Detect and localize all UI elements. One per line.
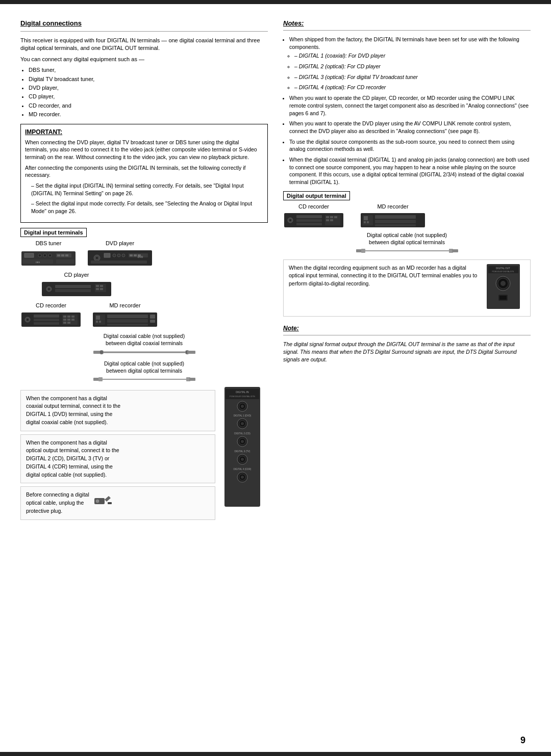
svg-rect-118 xyxy=(375,224,416,226)
svg-point-130 xyxy=(500,281,506,286)
svg-rect-102 xyxy=(296,215,322,218)
svg-rect-55 xyxy=(96,321,98,323)
cd-recorder-svg xyxy=(20,310,82,329)
svg-rect-44 xyxy=(63,316,66,318)
svg-rect-48 xyxy=(67,319,70,321)
note-text-1: When shipped from the factory, the DIGIT… xyxy=(289,36,519,50)
svg-point-15 xyxy=(96,257,98,259)
digital-in-svg: DIGITAL IN PCM·DOLBY·DIGITAL /DTS DIGITA… xyxy=(219,387,265,509)
svg-rect-16 xyxy=(104,253,110,257)
svg-rect-51 xyxy=(67,322,70,324)
note-section: Note: The digital signal format output t… xyxy=(283,325,531,363)
svg-point-20 xyxy=(122,254,125,257)
svg-point-5 xyxy=(48,254,52,257)
optical-cable-svg xyxy=(93,375,195,384)
svg-rect-71 xyxy=(189,378,195,381)
svg-rect-74 xyxy=(108,502,112,504)
svg-text:DIGITAL 4 (CDR): DIGITAL 4 (CDR) xyxy=(234,468,252,471)
svg-rect-132 xyxy=(499,296,507,300)
svg-point-82 xyxy=(241,405,244,408)
svg-point-90 xyxy=(241,440,244,443)
notes-list: When shipped from the factory, the DIGIT… xyxy=(289,36,531,186)
svg-rect-46 xyxy=(71,316,74,318)
svg-text:DIGITAL 3 (TV): DIGITAL 3 (TV) xyxy=(235,450,251,453)
top-bar xyxy=(0,0,551,4)
coaxial-text-4: digital coaxial cable (not supplied). xyxy=(26,419,108,425)
svg-rect-114 xyxy=(364,221,366,223)
svg-point-19 xyxy=(117,254,120,257)
list-item: Digital TV broadcast tuner, xyxy=(29,75,268,83)
svg-rect-31 xyxy=(55,289,91,292)
svg-rect-30 xyxy=(55,285,91,288)
cd-player-label: CD player xyxy=(64,272,89,278)
md-recorder-right-item: MD recorder xyxy=(360,203,426,229)
note-item-3: When you want to operate the DVD player … xyxy=(289,120,531,135)
optical-cable-row-right: Digital optical cable (not supplied) bet… xyxy=(283,232,531,255)
svg-rect-42 xyxy=(34,322,59,325)
optical-right-label-2: between digital optical terminals xyxy=(369,239,445,245)
svg-rect-117 xyxy=(375,220,416,223)
output-device-row: CD recorder xyxy=(283,203,531,229)
note-item-2: When you want to operate the CD player, … xyxy=(289,94,531,117)
list-item: CD recorder, and xyxy=(29,102,268,110)
svg-rect-50 xyxy=(63,322,66,324)
coaxial-cable-row: Digital coaxial cable (not supplied) bet… xyxy=(20,333,268,357)
cd-recorder-right-svg xyxy=(283,212,344,229)
digital-out-svg: DIGITAL OUT PCM·DOLBY·DIGITAL/DTS xyxy=(484,264,522,310)
important-bullet-1: When connecting the DVD player, digital … xyxy=(25,139,263,161)
right-column: Notes: When shipped from the factory, th… xyxy=(283,19,531,525)
svg-rect-68 xyxy=(98,377,103,381)
note-text-2: When you want to operate the CD player, … xyxy=(289,95,529,116)
device-row-3: CD recorder xyxy=(20,302,268,329)
important-bullet-2: After connecting the components using th… xyxy=(25,164,263,179)
svg-point-75 xyxy=(96,500,99,503)
recording-text-box: When the digital recording equipment suc… xyxy=(283,259,531,317)
svg-rect-109 xyxy=(326,219,329,221)
intro-text: This receiver is equipped with four DIGI… xyxy=(20,37,268,53)
svg-point-29 xyxy=(48,288,50,290)
svg-rect-60 xyxy=(150,315,155,319)
md-recorder-left-item: MD recorder xyxy=(92,302,158,329)
svg-rect-106 xyxy=(326,216,329,218)
digital-out-panel: DIGITAL OUT PCM·DOLBY·DIGITAL/DTS xyxy=(484,264,525,312)
svg-point-86 xyxy=(241,422,244,425)
svg-rect-56 xyxy=(99,321,101,323)
svg-rect-116 xyxy=(375,215,416,219)
note-text-3: When you want to operate the DVD player … xyxy=(289,120,511,134)
svg-rect-1 xyxy=(24,253,34,257)
dvd-player-item: DVD player xyxy=(87,240,153,268)
svg-rect-25 xyxy=(91,260,147,264)
equipment-list: DBS tuner, Digital TV broadcast tuner, D… xyxy=(29,66,268,118)
note-item-5: When the digital coaxial terminal (DIGIT… xyxy=(289,156,531,186)
text-boxes-left: When the component has a digital coaxial… xyxy=(20,387,215,520)
svg-text:PCM·DOLBY·DIGITAL/DTS: PCM·DOLBY·DIGITAL/DTS xyxy=(492,271,515,273)
output-terminal-label: Digital output terminal xyxy=(283,191,350,200)
optical-plug-text: Before connecting a digital optical cabl… xyxy=(26,491,89,515)
svg-rect-110 xyxy=(330,219,333,221)
svg-rect-41 xyxy=(34,319,59,321)
svg-rect-113 xyxy=(364,216,368,220)
md-recorder-svg xyxy=(92,310,158,329)
dvd-player-svg: DVD xyxy=(87,248,153,268)
page: Digital connections This receiver is equ… xyxy=(0,0,551,756)
note-sub-1-1: – DIGITAL 1 (coaxial): For DVD player xyxy=(294,52,531,60)
svg-point-18 xyxy=(113,254,116,257)
cd-player-item: CD player xyxy=(41,272,112,298)
page-number: 9 xyxy=(520,735,525,746)
cd-recorder-left-item: CD recorder xyxy=(20,302,82,329)
svg-rect-7 xyxy=(57,254,60,256)
connect-intro: You can connect any digital equipment su… xyxy=(20,56,268,63)
dbs-tuner-item: DBS tuner xyxy=(20,240,77,268)
text-boxes-section: When the component has a digital coaxial… xyxy=(20,387,268,520)
svg-point-94 xyxy=(241,458,244,461)
optical-cable-right-svg xyxy=(356,246,458,255)
device-row-2: CD player xyxy=(41,272,268,298)
list-item: CD player, xyxy=(29,93,268,100)
svg-rect-22 xyxy=(130,254,133,256)
cd-recorder-right-item: CD recorder xyxy=(283,203,344,229)
notes-section: Notes: When shipped from the factory, th… xyxy=(283,19,531,186)
output-terminal-section: Digital output terminal CD recorder xyxy=(283,191,531,363)
svg-point-4 xyxy=(43,254,46,257)
svg-rect-103 xyxy=(296,219,322,222)
coaxial-text: When the component has a digital xyxy=(26,395,107,401)
